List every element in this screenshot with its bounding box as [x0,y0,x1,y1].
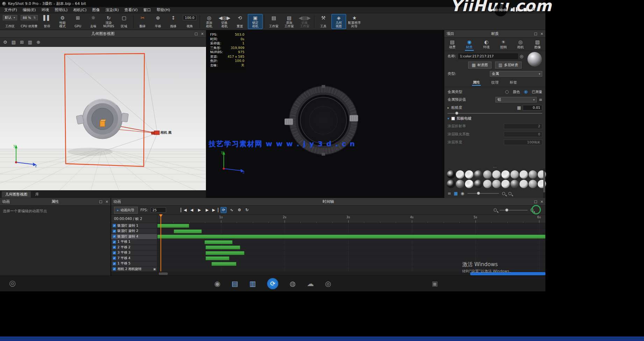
material-thumbnail[interactable] [510,180,519,188]
radio-option[interactable] [505,90,509,94]
playhead[interactable] [160,215,161,271]
menu-item[interactable]: 帮助(H) [154,7,173,13]
track-checkbox[interactable]: ✓ [113,240,116,244]
close-icon[interactable]: × [541,200,543,204]
track-checkbox[interactable]: ✓ [113,262,116,265]
material-thumbnail[interactable] [520,180,528,188]
float-icon[interactable]: □ [194,32,198,36]
timeline-track[interactable]: ✓吸顶灯 旋转 4 [111,234,545,240]
menu-item[interactable]: 相机(C) [70,7,89,13]
timeline-track[interactable]: ✓吸顶灯 旋转 1 [111,223,545,229]
fov-value[interactable]: 100.0 [183,15,196,20]
field-value[interactable]: 2 [504,123,542,129]
timeline-track[interactable]: ✓7 平移 4 [111,256,545,261]
material-preview-sphere[interactable] [527,52,542,66]
anodize-checkbox[interactable] [451,117,455,120]
gpu-button[interactable]: ⊞GPU [71,14,85,29]
animation-clip-bar[interactable] [174,229,202,233]
timeline-track[interactable]: ✓吸顶灯 旋转 2 [111,229,545,234]
configurator-wizard-button[interactable]: ★配置程序 向导 [347,14,362,29]
float-icon[interactable]: □ [534,200,537,204]
workspace-value[interactable]: 默认▾ [3,15,17,20]
menu-item[interactable]: 编辑(E) [20,7,39,13]
material-thumbnail[interactable] [529,180,537,188]
sphere-view-icon[interactable]: ◉ [460,191,464,196]
camera-snapshot-icon[interactable]: ◎ [520,54,523,59]
performance-mode-button[interactable]: ⚙性能 模式 [55,14,70,29]
animation-clip-bar[interactable] [206,256,229,260]
tab-environment[interactable]: ◐环境 [482,39,491,51]
stop-icon[interactable]: ■ [523,7,527,12]
field-value[interactable]: 100纳米 [504,140,542,145]
curve-button[interactable]: ∿ [229,207,234,213]
animation-icon[interactable]: ⟳ [267,278,278,289]
float-icon[interactable]: □ [99,200,102,204]
roughness-slider[interactable] [448,113,542,114]
move-icon[interactable]: ⊕ [36,40,40,45]
skip-end-button[interactable]: ▶▕ [212,207,218,213]
menu-item[interactable]: 查看(V) [122,7,141,13]
geometry-view-button[interactable]: ◈几何 视图 [331,14,346,29]
library-icon[interactable]: ▤ [231,280,238,287]
xr-icon[interactable]: ◍ [289,280,295,287]
skip-start-button[interactable]: ▏◀ [181,207,187,213]
track-checkbox[interactable]: ✓ [113,251,116,255]
texture-slot-icon[interactable]: ▦ [517,105,521,110]
animation-clip-bar[interactable] [206,246,240,249]
material-thumbnail[interactable] [492,170,501,179]
reset-camera-button[interactable]: ⟲重置 [232,14,247,29]
cloud-icon[interactable]: ☁ [307,280,314,287]
float-icon[interactable]: □ [534,32,537,36]
close-icon[interactable]: × [541,32,543,36]
settings-icon[interactable]: ⚙ [3,40,7,45]
play-button[interactable]: ▶ [197,207,202,213]
add-studio-button[interactable]: ▤添加 工作室 [282,14,296,29]
switch-camera-button[interactable]: ◀◎▶切换 相机 [217,14,232,29]
windows-taskbar[interactable] [0,336,644,341]
animation-clip-bar[interactable] [212,262,236,266]
material-thumbnail[interactable] [520,170,528,179]
rip-button[interactable]: ✂翻录 [135,14,150,29]
tab-lighting[interactable]: ☀照明 [499,39,508,51]
zoom-out-icon[interactable] [502,192,505,195]
material-thumbnail[interactable] [492,180,501,188]
tab-camera[interactable]: ◎相机 [516,39,525,51]
pan-button[interactable]: ⊕平移 [151,14,165,29]
realtime-render-view[interactable]: y z FPS:503.0时间:0s采样值:1三角形:319,909NURBS:… [207,30,444,198]
layout-icon[interactable]: ▣ [432,280,438,287]
slider-handle[interactable] [505,208,508,212]
subtab[interactable]: 属性 [472,80,481,86]
list-view-icon[interactable]: ≡ [448,191,451,196]
material-thumbnail[interactable] [501,170,510,179]
loop-button[interactable]: ⟳ [221,207,227,213]
settings-button[interactable]: ⚙ [237,207,242,213]
material-thumbnail[interactable] [501,180,510,188]
render-nurbs-button[interactable]: ↻渲染 NURBS [101,14,116,29]
material-thumbnail[interactable] [456,170,464,179]
collapse-arrow-icon[interactable]: ▾ [448,117,449,120]
expand-arrow-icon[interactable]: ▸ [448,106,449,109]
tools-button[interactable]: ⚒工具 [316,14,331,29]
menu-item[interactable]: 渲染(R) [102,7,121,13]
track-checkbox[interactable]: ✓ [113,235,116,238]
radio-selected[interactable] [524,90,528,94]
close-icon[interactable]: × [201,32,204,36]
cpu-usage-value[interactable]: 88 %⇅ [21,15,38,20]
tab-material[interactable]: ◉材质 [465,39,474,51]
material-thumbnail[interactable] [474,180,482,188]
material-thumbnail[interactable] [447,180,455,188]
step-back-button[interactable]: ◀ [189,207,194,213]
studio-button[interactable]: ▤工作室 [266,14,281,29]
material-thumbnail[interactable] [483,180,492,188]
metal-preset-select[interactable]: 铝▾ [495,97,537,102]
animation-clip-bar[interactable] [157,224,189,228]
ruler-lane[interactable]: 1s2s3s4s5s6s [157,215,545,223]
timeline-zoom-slider[interactable] [500,210,528,211]
menu-item[interactable]: 窗口 [141,7,154,13]
dolly-button[interactable]: ↕推移 [166,14,181,29]
menu-item[interactable]: 图像 [89,7,102,13]
menu-item[interactable]: 照明(L) [52,7,70,13]
material-thumbnail[interactable] [465,180,473,188]
layout-icon[interactable]: ⊞ [20,40,24,45]
material-thumbnail[interactable] [529,170,537,179]
